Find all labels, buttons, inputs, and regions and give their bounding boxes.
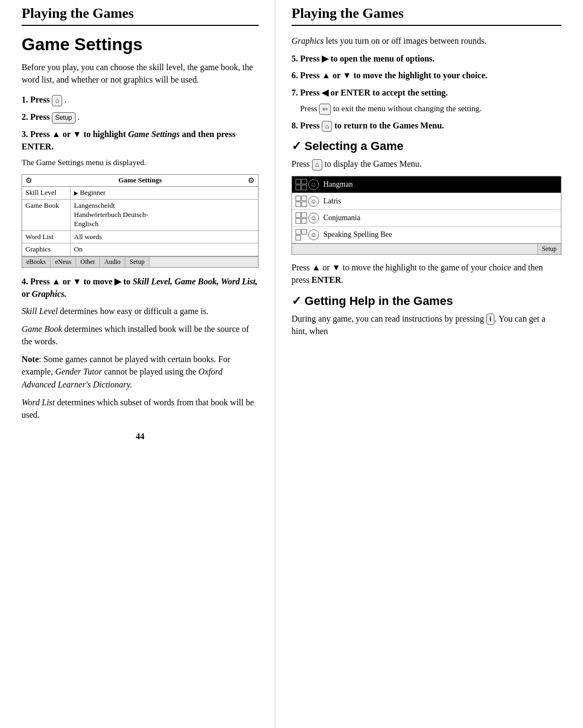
game-row-spelling-bee[interactable]: ☺ Speaking Spelling Bee (292, 227, 561, 243)
gs-icon-right: ⚙ (248, 176, 255, 185)
home-button-2[interactable]: ⌂ (322, 121, 332, 132)
svg-rect-8 (296, 213, 301, 217)
skill-level-para: Skill Level determines how easy or diffi… (22, 305, 259, 317)
page-container: Playing the Games Game Settings Before y… (0, 0, 583, 728)
games-menu-box: ☺ Hangman ☺ Latris (292, 176, 561, 255)
svg-rect-1 (302, 179, 307, 184)
step-6: 6. Press ▲ or ▼ to move the highlight to… (292, 69, 561, 81)
game-name-latris: Latris (323, 197, 341, 206)
svg-rect-4 (296, 196, 301, 201)
gs-tab-eneus[interactable]: eNeus (51, 257, 76, 267)
right-column: Playing the Games Graphics lets you turn… (275, 0, 583, 728)
gs-value-gamebook: LangenscheidtHandwörterbuch Deutsch-Engl… (71, 200, 258, 230)
select-game-title: ✓ Selecting a Game (292, 139, 561, 153)
left-column: Playing the Games Game Settings Before y… (0, 0, 275, 728)
gs-row-skill: Skill Level ▶Beginner (22, 187, 258, 200)
game-name-conjumania: Conjumania (323, 214, 360, 222)
svg-rect-2 (296, 185, 301, 190)
right-header-rule (292, 25, 561, 26)
svg-rect-14 (296, 235, 301, 240)
step-1: 1. Press ⌂ . (22, 93, 259, 106)
gs-header-row: ⚙ Game Settings ⚙ (22, 175, 258, 187)
game-icon-hangman: ☺ (295, 179, 320, 190)
gm-tab-setup[interactable]: Setup (537, 244, 561, 254)
gs-label-graphics: Graphics (22, 243, 71, 256)
press-move-text: Press ▲ or ▼ to move the highlight to th… (292, 261, 561, 286)
intro-text: Before you play, you can choose the skil… (22, 61, 259, 86)
gs-tab-audio[interactable]: Audio (100, 257, 125, 267)
right-page-header: Playing the Games (292, 5, 561, 22)
step-4: 4. Press ▲ or ▼ to move ▶ to Skill Level… (22, 275, 259, 300)
svg-rect-6 (296, 202, 301, 207)
getting-help-title: ✓ Getting Help in the Games (292, 294, 561, 308)
gs-row-graphics: Graphics On (22, 243, 258, 256)
page-number: 44 (22, 432, 259, 441)
gs-value-skill: ▶Beginner (71, 187, 258, 199)
gs-tab-other[interactable]: Other (76, 257, 100, 267)
grid-icon-conjumania (295, 212, 307, 224)
gs-value-wordlist: All words (71, 231, 258, 243)
gs-row-wordlist: Word List All words (22, 231, 258, 244)
step-7-sub: Press ⇦ to exit the menu without changin… (300, 103, 561, 115)
section-title: Game Settings (22, 35, 259, 55)
home-button-3[interactable]: ⌂ (312, 159, 322, 171)
setup-button-1[interactable]: Setup (52, 112, 75, 124)
left-header-rule (22, 25, 259, 26)
step-3-sub: The Game Settings menu is displayed. (22, 157, 259, 169)
step-5: 5. Press ▶ to open the menu of options. (292, 52, 561, 65)
note-text: Note: Some games cannot be played with c… (22, 353, 259, 391)
step-7: 7. Press ◀ or ENTER to accept the settin… (292, 86, 561, 99)
game-book-para: Game Book determines which installed boo… (22, 323, 259, 348)
smiley-spelling-bee: ☺ (308, 229, 319, 240)
gs-title: Game Settings (32, 176, 248, 185)
gm-tabs: Setup (292, 243, 561, 254)
game-row-latris[interactable]: ☺ Latris (292, 193, 561, 210)
game-row-conjumania[interactable]: ☺ Conjumania (292, 210, 561, 227)
svg-rect-7 (302, 202, 307, 207)
home-button-1[interactable]: ⌂ (52, 95, 62, 106)
smiley-hangman: ☺ (308, 179, 319, 190)
word-list-para: Word List determines which subset of wor… (22, 396, 259, 421)
graphics-para: Graphics lets you turn on or off images … (292, 35, 561, 47)
gs-label-wordlist: Word List (22, 231, 71, 243)
smiley-latris: ☺ (308, 196, 319, 207)
info-button[interactable]: i (486, 314, 494, 325)
step-3: 3. Press ▲ or ▼ to highlight Game Settin… (22, 128, 259, 153)
grid-icon-hangman (295, 179, 307, 190)
gs-label-skill: Skill Level (22, 187, 71, 199)
svg-rect-13 (302, 229, 307, 234)
gs-tab-setup[interactable]: Setup (125, 257, 149, 267)
svg-rect-12 (296, 229, 301, 234)
gs-value-graphics: On (71, 243, 258, 256)
gs-tabs: eBooks eNeus Other Audio Setup (22, 256, 258, 267)
game-name-hangman: Hangman (323, 180, 352, 189)
game-settings-box: ⚙ Game Settings ⚙ Skill Level ▶Beginner … (22, 174, 259, 268)
step-8: 8. Press ⌂ to return to the Games Menu. (292, 119, 561, 132)
smiley-conjumania: ☺ (308, 213, 319, 223)
svg-rect-10 (296, 219, 301, 223)
svg-rect-0 (296, 179, 301, 184)
gs-tab-ebooks[interactable]: eBooks (22, 257, 51, 267)
grid-icon-spelling-bee (295, 229, 307, 241)
game-icon-spelling-bee: ☺ (295, 229, 320, 241)
game-icon-latris: ☺ (295, 195, 320, 207)
getting-help-text: During any game, you can read instructio… (292, 312, 561, 338)
back-button[interactable]: ⇦ (319, 104, 331, 115)
svg-rect-5 (302, 196, 307, 201)
left-page-header: Playing the Games (22, 5, 259, 22)
svg-rect-11 (302, 219, 307, 223)
gs-row-gamebook: Game Book LangenscheidtHandwörterbuch De… (22, 200, 258, 231)
step-2: 2. Press Setup . (22, 111, 259, 124)
game-name-spelling-bee: Speaking Spelling Bee (323, 230, 392, 239)
games-menu-box-wrapper: ☺ Hangman ☺ Latris (292, 176, 561, 255)
game-row-hangman[interactable]: ☺ Hangman (292, 176, 561, 193)
select-game-text: Press ⌂ to display the Games Menu. (292, 158, 561, 171)
grid-icon-latris (295, 195, 307, 207)
svg-rect-3 (302, 185, 307, 190)
game-icon-conjumania: ☺ (295, 212, 320, 224)
gs-icon-left: ⚙ (25, 176, 32, 185)
gs-label-gamebook: Game Book (22, 200, 71, 230)
svg-rect-9 (302, 213, 307, 217)
